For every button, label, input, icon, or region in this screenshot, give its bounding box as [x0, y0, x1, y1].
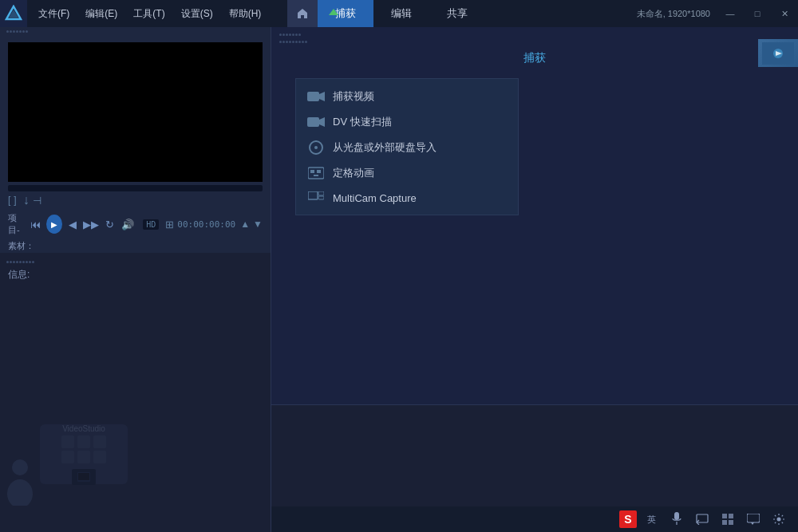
clip-controls: [ ] ↓ ⊣: [0, 191, 271, 209]
tab-edit[interactable]: 编辑: [373, 0, 429, 27]
snapshot-icon[interactable]: ↓: [23, 193, 30, 207]
multicam-label: MultiCam Capture: [333, 192, 417, 204]
svg-rect-4: [78, 473, 89, 480]
bracket-out[interactable]: ]: [14, 195, 16, 206]
menu-help[interactable]: 帮助(H): [221, 0, 270, 27]
svg-rect-20: [308, 191, 318, 199]
status-return-icon[interactable]: [691, 510, 713, 528]
svg-rect-28: [722, 520, 727, 525]
svg-point-6: [7, 479, 33, 506]
status-grid-icon[interactable]: [717, 510, 739, 528]
svg-point-15: [314, 146, 318, 149]
svg-marker-2: [329, 9, 338, 15]
multicam-icon: [307, 191, 325, 204]
minimize-button[interactable]: —: [717, 0, 744, 27]
status-lang-icon[interactable]: 英: [640, 510, 662, 528]
timecode-display: 00:00:00:00: [177, 219, 235, 230]
capture-section-dots: [279, 39, 790, 46]
loop-button[interactable]: ↻: [102, 215, 117, 233]
svg-point-31: [777, 518, 781, 522]
import-disc-icon: [307, 141, 325, 154]
import-disc-label: 从光盘或外部硬盘导入: [333, 140, 437, 155]
statusbar: S 英: [271, 506, 798, 532]
capture-video-icon: [307, 90, 325, 103]
stop-motion-item[interactable]: 定格动画: [296, 160, 518, 186]
project-label: 项目-: [8, 212, 26, 236]
svg-marker-13: [319, 117, 325, 127]
menu-edit[interactable]: 编辑(E): [77, 0, 125, 27]
right-top-dots: [271, 27, 798, 39]
app-logo: [0, 0, 27, 27]
dv-scan-icon: [307, 116, 325, 128]
svg-rect-21: [318, 191, 324, 195]
bottom-right-panel: S 英: [271, 404, 798, 532]
window-title: 未命名, 1920*1080: [637, 0, 710, 27]
timecode-up[interactable]: ▲: [240, 219, 250, 230]
dv-scan-label: DV 快速扫描: [333, 115, 392, 129]
status-chat-icon[interactable]: [742, 510, 764, 528]
upload-button[interactable]: [326, 6, 342, 22]
capture-title: 捕获: [523, 51, 546, 65]
svg-point-5: [12, 459, 28, 475]
timeline-bar[interactable]: [8, 185, 263, 191]
svg-marker-11: [319, 92, 325, 101]
close-button[interactable]: ✕: [771, 0, 798, 27]
stop-motion-label: 定格动画: [333, 166, 374, 180]
status-mic-icon[interactable]: [666, 510, 688, 528]
goto-start-button[interactable]: ⏮: [29, 215, 43, 233]
svg-rect-10: [307, 92, 319, 101]
svg-rect-22: [318, 196, 324, 199]
step-back-button[interactable]: ◀: [65, 215, 80, 233]
status-s-icon: S: [619, 510, 637, 528]
videostudio-watermark: VideoStudio: [40, 424, 128, 484]
multicam-item[interactable]: MultiCam Capture: [296, 186, 518, 210]
preview-screen: [8, 42, 263, 182]
titlebar: 文件(F) 编辑(E) 工具(T) 设置(S) 帮助(H) 捕获 编辑 共享 未…: [0, 0, 798, 27]
svg-rect-23: [674, 512, 679, 520]
svg-rect-19: [314, 175, 318, 176]
timecode-down[interactable]: ▼: [253, 219, 263, 230]
tab-share[interactable]: 共享: [429, 0, 485, 27]
tab-bar: 捕获 编辑 共享: [287, 0, 485, 27]
preview-area: [0, 34, 271, 185]
dv-scan-item[interactable]: DV 快速扫描: [296, 109, 518, 135]
stop-motion-icon: [307, 167, 325, 179]
right-panel: 捕获: [271, 27, 798, 532]
playback-controls: 项目- ⏮ ▶ ◀ ▶▶ ↻ 🔊 HD ⊞ 00:00:00:00 ▲ ▼: [0, 209, 271, 239]
left-panel: [ ] ↓ ⊣ 项目- ⏮ ▶ ◀ ▶▶ ↻ 🔊 HD ⊞ 00:00:00:0…: [0, 27, 271, 532]
volume-button[interactable]: 🔊: [120, 215, 135, 233]
maximize-button[interactable]: □: [744, 0, 771, 27]
bracket-in[interactable]: [: [8, 195, 10, 206]
capture-menu: 捕获视频 DV 快速扫描: [295, 78, 519, 215]
window-controls: — □ ✕: [717, 0, 798, 27]
svg-rect-29: [729, 520, 733, 525]
menu-tools[interactable]: 工具(T): [125, 0, 172, 27]
svg-rect-26: [722, 514, 727, 518]
tab-home[interactable]: [287, 0, 318, 27]
svg-rect-27: [729, 514, 733, 518]
split-icon[interactable]: ⊣: [33, 195, 41, 207]
import-disc-item[interactable]: 从光盘或外部硬盘导入: [296, 135, 518, 160]
bottom-dots: [0, 259, 271, 265]
menu-file[interactable]: 文件(F): [30, 0, 77, 27]
step-forward-button[interactable]: ▶▶: [83, 215, 99, 233]
capture-video-label: 捕获视频: [333, 89, 374, 104]
expand-button[interactable]: ⊞: [165, 219, 174, 231]
svg-rect-12: [307, 117, 319, 127]
menu-bar: 文件(F) 编辑(E) 工具(T) 设置(S) 帮助(H): [30, 0, 269, 27]
material-label: 素材：: [0, 239, 271, 253]
svg-rect-17: [310, 170, 314, 173]
capture-area: 捕获: [271, 39, 798, 404]
main-area: [ ] ↓ ⊣ 项目- ⏮ ▶ ◀ ▶▶ ↻ 🔊 HD ⊞ 00:00:00:0…: [0, 27, 798, 532]
bottom-left-panel: 信息: VideoStudio: [0, 253, 271, 532]
top-dots: [0, 27, 271, 34]
status-settings-icon[interactable]: [768, 510, 790, 528]
capture-header: 捕获: [279, 46, 790, 70]
menu-settings[interactable]: 设置(S): [173, 0, 221, 27]
capture-video-item[interactable]: 捕获视频: [296, 84, 518, 109]
person-icon: [4, 458, 36, 508]
play-button[interactable]: ▶: [46, 215, 62, 234]
info-label: 信息:: [0, 265, 271, 285]
thumb-preview: [758, 39, 798, 67]
svg-rect-18: [317, 170, 321, 173]
